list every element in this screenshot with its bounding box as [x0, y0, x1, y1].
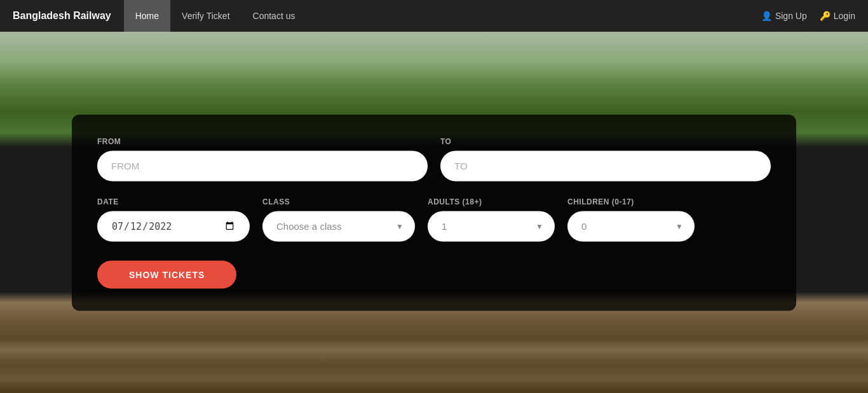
- adults-wrapper: 1 2 3 4 ▼: [428, 211, 555, 241]
- nav-links: Home Verify Ticket Contact us: [124, 0, 761, 32]
- login-icon: 🔑: [820, 11, 831, 21]
- hero-section: FROM TO DATE CLASS Choose a class S_CHAI…: [0, 32, 868, 393]
- signup-link[interactable]: 👤 Sign Up: [761, 11, 807, 21]
- class-wrapper: Choose a class S_CHAIR SHOVAN SNIGDHA AC…: [262, 211, 415, 241]
- children-select[interactable]: 0 1 2 3: [567, 211, 695, 241]
- class-group: CLASS Choose a class S_CHAIR SHOVAN SNIG…: [262, 197, 415, 241]
- date-label: DATE: [97, 197, 250, 206]
- adults-label: ADULTS (18+): [428, 197, 555, 206]
- login-link[interactable]: 🔑 Login: [820, 11, 855, 21]
- form-row-details: DATE CLASS Choose a class S_CHAIR SHOVAN…: [97, 197, 771, 241]
- user-icon: 👤: [761, 11, 772, 21]
- to-group: TO: [440, 137, 771, 181]
- adults-group: ADULTS (18+) 1 2 3 4 ▼: [428, 197, 555, 241]
- children-label: CHILDREN (0-17): [567, 197, 695, 206]
- button-row: SHOW TICKETS: [97, 257, 771, 288]
- from-label: FROM: [97, 137, 428, 145]
- class-select[interactable]: Choose a class S_CHAIR SHOVAN SNIGDHA AC…: [262, 211, 415, 241]
- show-tickets-button[interactable]: SHOW TICKETS: [97, 260, 236, 288]
- adults-select[interactable]: 1 2 3 4: [428, 211, 555, 241]
- from-group: FROM: [97, 137, 428, 181]
- search-card: FROM TO DATE CLASS Choose a class S_CHAI…: [72, 114, 796, 310]
- nav-right: 👤 Sign Up 🔑 Login: [761, 11, 855, 21]
- nav-verify-ticket[interactable]: Verify Ticket: [170, 0, 241, 32]
- to-input[interactable]: [440, 150, 771, 181]
- date-group: DATE: [97, 197, 250, 241]
- date-input[interactable]: [97, 211, 250, 241]
- nav-contact-us[interactable]: Contact us: [241, 0, 307, 32]
- to-label: TO: [440, 137, 771, 145]
- children-group: CHILDREN (0-17) 0 1 2 3 ▼: [567, 197, 695, 241]
- children-wrapper: 0 1 2 3 ▼: [567, 211, 695, 241]
- navbar: Bangladesh Railway Home Verify Ticket Co…: [0, 0, 868, 32]
- brand-logo: Bangladesh Railway: [13, 10, 111, 22]
- form-row-from-to: FROM TO: [97, 137, 771, 181]
- nav-home[interactable]: Home: [124, 0, 170, 32]
- from-input[interactable]: [97, 150, 428, 181]
- class-label: CLASS: [262, 197, 415, 206]
